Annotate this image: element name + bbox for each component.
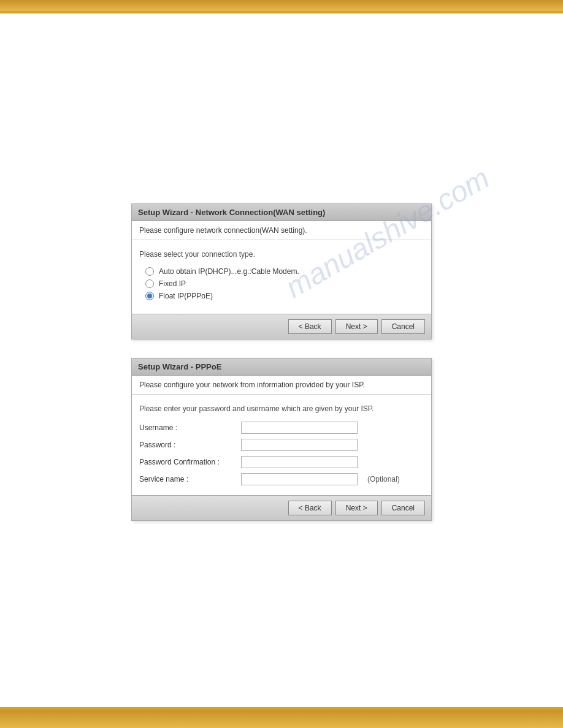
username-input[interactable]	[241, 422, 358, 434]
service-name-label: Service name :	[139, 475, 237, 483]
password-label: Password :	[139, 441, 237, 449]
pppoe-next-button[interactable]: Next >	[335, 501, 378, 515]
pppoe-cancel-button[interactable]: Cancel	[381, 501, 425, 515]
radio-pppoe-dot	[147, 294, 152, 298]
radio-label-pppoe: Float IP(PPPoE)	[159, 292, 213, 300]
list-item[interactable]: Float IP(PPPoE)	[145, 292, 424, 300]
wan-dialog-title: Setup Wizard - Network Connection(WAN se…	[132, 204, 431, 221]
radio-fixed-ip[interactable]	[145, 279, 154, 288]
pppoe-dialog-footer: < Back Next > Cancel	[132, 495, 431, 520]
bottom-bar	[0, 710, 563, 728]
list-item[interactable]: Auto obtain IP(DHCP)...e.g.:Cable Modem.	[145, 267, 424, 276]
pppoe-dialog-title: Setup Wizard - PPPoE	[132, 358, 431, 376]
pppoe-dialog: Setup Wizard - PPPoE Please configure yo…	[131, 358, 432, 521]
wan-dialog-subtitle: Please configure network connection(WAN …	[132, 221, 431, 240]
wan-dialog: Setup Wizard - Network Connection(WAN se…	[131, 203, 432, 339]
wan-back-button[interactable]: < Back	[288, 319, 332, 334]
pppoe-dialog-subtitle: Please configure your network from infor…	[132, 376, 431, 395]
wan-next-button[interactable]: Next >	[335, 319, 378, 334]
service-name-optional: (Optional)	[367, 475, 424, 483]
service-name-input[interactable]	[241, 473, 358, 485]
password-confirm-label: Password Confirmation :	[139, 458, 237, 466]
wan-section-label: Please select your connection type.	[139, 250, 424, 259]
pppoe-form: Username : Password : Password Confirmat…	[139, 422, 424, 485]
wan-radio-group: Auto obtain IP(DHCP)...e.g.:Cable Modem.…	[145, 267, 424, 300]
list-item[interactable]: Fixed IP	[145, 279, 424, 288]
radio-label-dhcp: Auto obtain IP(DHCP)...e.g.:Cable Modem.	[159, 267, 299, 276]
pppoe-back-button[interactable]: < Back	[288, 501, 332, 515]
radio-label-fixed: Fixed IP	[159, 279, 186, 288]
wan-dialog-footer: < Back Next > Cancel	[132, 314, 431, 339]
radio-auto-dhcp[interactable]	[145, 267, 154, 276]
pppoe-section-label: Please enter your password and username …	[139, 404, 424, 413]
password-confirm-input[interactable]	[241, 456, 358, 468]
radio-pppoe[interactable]	[145, 292, 154, 300]
wan-dialog-body: Please select your connection type. Auto…	[132, 240, 431, 314]
wan-cancel-button[interactable]: Cancel	[381, 319, 425, 334]
pppoe-dialog-body: Please enter your password and username …	[132, 395, 431, 495]
page-content: manualshive.com Setup Wizard - Network C…	[0, 13, 563, 707]
username-label: Username :	[139, 423, 237, 432]
top-bar	[0, 0, 563, 11]
password-input[interactable]	[241, 439, 358, 451]
